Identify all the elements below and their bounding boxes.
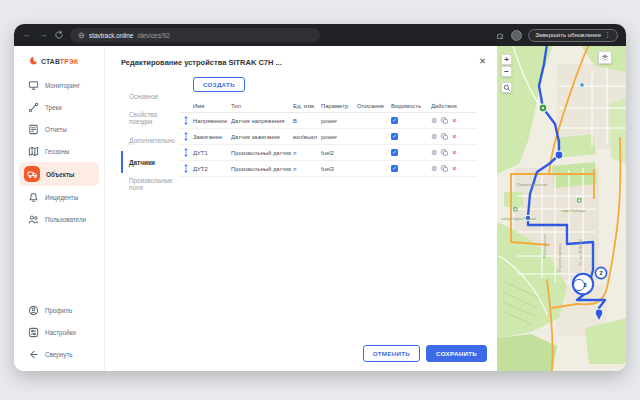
sensor-copy-icon[interactable]: [441, 117, 448, 124]
drag-handle-icon[interactable]: [179, 131, 193, 142]
sensor-copy-icon[interactable]: [441, 165, 448, 172]
layers-icon: [601, 54, 609, 62]
table-header-row: Имя Тип Ед. изм. Параметр Описание Видим…: [179, 99, 477, 113]
url-bar[interactable]: stavtrack.online/devices/92: [70, 28, 320, 42]
map-zoom-out-button[interactable]: −: [501, 66, 512, 77]
drag-handle-icon[interactable]: [179, 163, 193, 174]
tab-sensors[interactable]: Датчики: [121, 151, 179, 173]
modal-body: Основное Свойства поездки Дополнительно …: [105, 73, 497, 195]
finish-update-button[interactable]: Завершить обновление ⋮: [528, 29, 618, 42]
sidebar-item-label: Мониторинг: [45, 82, 80, 89]
table-row: ДУТ2 Произвольный датчик л fuel3 ✓ ⚙ ×: [179, 161, 477, 177]
visibility-checkbox[interactable]: ✓: [391, 133, 398, 140]
visibility-checkbox[interactable]: ✓: [391, 165, 398, 172]
save-button[interactable]: СОХРАНИТЬ: [426, 345, 487, 362]
sensor-settings-icon[interactable]: ⚙: [431, 165, 437, 172]
drag-handle-icon[interactable]: [179, 147, 193, 158]
sensor-delete-icon[interactable]: ×: [452, 133, 456, 141]
extensions-icon[interactable]: [496, 31, 505, 40]
map-layers-button[interactable]: [598, 51, 612, 64]
route-vertex-marker: [555, 151, 563, 159]
svg-text:3: 3: [583, 281, 587, 288]
sensor-type: Датчик напряжения: [231, 118, 293, 124]
sensor-param: power: [321, 118, 357, 124]
sidebar-item-monitoring[interactable]: Мониторинг: [14, 74, 104, 96]
header-type: Тип: [231, 103, 293, 109]
truck-icon: [27, 169, 38, 180]
sensor-type: Произвольный датчик: [231, 150, 293, 156]
sidebar-item-incidents[interactable]: Инциденты: [14, 186, 104, 208]
table-row: Напряжение Датчик напряжения В power ✓ ⚙…: [179, 113, 477, 129]
tracks-icon: [28, 102, 39, 113]
browser-avatar[interactable]: [511, 30, 522, 41]
sensor-copy-icon[interactable]: [441, 133, 448, 140]
sensor-name: ДУТ1: [193, 150, 231, 156]
close-icon[interactable]: ✕: [479, 57, 486, 66]
collapse-arrow-icon: [28, 349, 39, 360]
sensor-settings-icon[interactable]: ⚙: [431, 117, 437, 124]
browser-window: ← → stavtrack.online/devices/92 Завершит…: [14, 24, 626, 371]
site-info-icon[interactable]: [78, 32, 85, 39]
users-icon: [28, 214, 39, 225]
tab-additional[interactable]: Дополнительно: [121, 129, 179, 151]
sensor-copy-icon[interactable]: [441, 149, 448, 156]
create-sensor-button[interactable]: СОЗДАТЬ: [193, 77, 245, 92]
kebab-menu-icon[interactable]: ⋮: [604, 31, 611, 39]
bell-icon: [28, 192, 39, 203]
sensor-name: Зажигание: [193, 134, 231, 140]
stop-marker: [580, 83, 585, 88]
header-unit: Ед. изм.: [293, 103, 321, 109]
sensor-name: ДУТ2: [193, 166, 231, 172]
tab-main[interactable]: Основное: [121, 85, 179, 107]
magnifier-icon: [503, 84, 511, 92]
sensor-settings-icon[interactable]: ⚙: [431, 133, 437, 140]
sidebar-item-label: Треки: [45, 104, 62, 111]
visibility-checkbox[interactable]: ✓: [391, 149, 398, 156]
modal-tabs: Основное Свойства поездки Дополнительно …: [105, 73, 179, 195]
objects-icon-tile: [24, 166, 40, 182]
sidebar-item-tracks[interactable]: Треки: [14, 96, 104, 118]
sensor-delete-icon[interactable]: ×: [452, 149, 456, 157]
map-label: Рогожникова: [542, 234, 547, 258]
tab-trip-properties[interactable]: Свойства поездки: [121, 107, 179, 129]
sidebar-item-label: Пользователи: [45, 216, 86, 223]
map-canvas: 2 3 Промышленный парк Победы сквер Герое…: [497, 46, 626, 371]
tab-custom-fields[interactable]: Произвольные поля: [121, 173, 179, 195]
sidebar-item-objects[interactable]: Объекты: [19, 162, 99, 186]
visibility-checkbox[interactable]: ✓: [391, 117, 398, 124]
map-label: Промышленный: [517, 182, 547, 187]
cluster-marker-2[interactable]: 2: [595, 267, 606, 278]
app-root: СТАВТРЭК Мониторинг Треки Отчеты: [14, 46, 626, 371]
sensor-unit: л: [293, 166, 321, 172]
sidebar-item-users[interactable]: Пользователи: [14, 208, 104, 230]
refresh-icon[interactable]: [54, 30, 64, 40]
sidebar-item-label: Настройки: [45, 329, 76, 336]
header-description: Описание: [357, 103, 391, 109]
edit-device-modal: Редактирование устройства SITRAK C7H ...…: [105, 46, 497, 371]
sensor-delete-icon[interactable]: ×: [452, 165, 456, 173]
map-label: 50 лет ВЛКСМ: [578, 239, 583, 266]
sensor-settings-icon[interactable]: ⚙: [431, 149, 437, 156]
sensor-unit: В: [293, 118, 321, 124]
cluster-marker-3[interactable]: 3: [573, 274, 593, 294]
sensor-param: power: [321, 134, 357, 140]
sensors-content: СОЗДАТЬ Имя Тип Ед. изм. Параметр Описан…: [179, 73, 497, 195]
sidebar-item-settings[interactable]: Настройки: [14, 321, 104, 343]
drag-handle-icon[interactable]: [179, 115, 193, 126]
sidebar-item-profile[interactable]: Профиль: [14, 299, 104, 321]
sidebar-item-geozones[interactable]: Геозоны: [14, 140, 104, 162]
cancel-button[interactable]: ОТМЕНИТЬ: [363, 345, 420, 362]
map-label: парк Победы: [561, 208, 585, 213]
map-panel[interactable]: 2 3 Промышленный парк Победы сквер Герое…: [497, 46, 626, 371]
sidebar-item-reports[interactable]: Отчеты: [14, 118, 104, 140]
back-icon[interactable]: ←: [22, 31, 32, 39]
sidebar-item-collapse[interactable]: Свернуть: [14, 343, 104, 365]
monitor-icon: [28, 80, 39, 91]
forward-icon[interactable]: →: [38, 31, 48, 39]
header-name: Имя: [193, 103, 231, 109]
sidebar-item-label: Профиль: [45, 307, 72, 314]
sensor-delete-icon[interactable]: ×: [452, 117, 456, 125]
map-zoom-in-button[interactable]: +: [501, 54, 512, 65]
map-search-button[interactable]: [501, 82, 512, 93]
sidebar-item-label: Инциденты: [45, 194, 78, 201]
